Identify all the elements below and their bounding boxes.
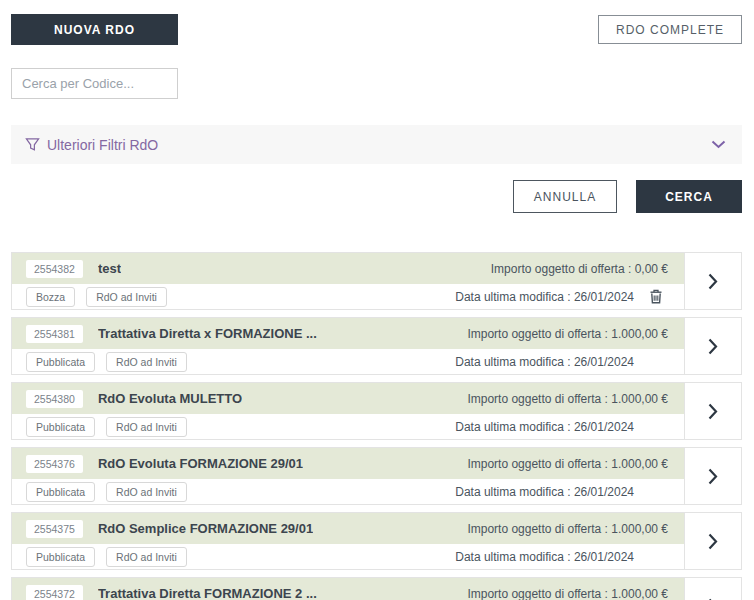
rdo-card: 2554372 Trattativa Diretta FORMAZIONE 2 … xyxy=(11,577,742,600)
rdo-importo: Importo oggetto di offerta : 1.000,00 € xyxy=(455,522,668,536)
chevron-right-icon xyxy=(708,403,718,420)
rdo-card-header-row: 2554382 test Importo oggetto di offerta … xyxy=(12,253,684,284)
rdo-card-header-row: 2554372 Trattativa Diretta FORMAZIONE 2 … xyxy=(12,578,684,600)
rdo-card-detail-row: Pubblicata RdO ad Inviti Data ultima mod… xyxy=(12,479,684,504)
rdo-card: 2554375 RdO Semplice FORMAZIONE 29/01 Im… xyxy=(11,512,742,570)
rdo-code-badge: 2554375 xyxy=(26,520,83,538)
rdo-title: test xyxy=(98,261,121,276)
open-rdo-button[interactable] xyxy=(684,318,741,374)
open-rdo-button[interactable] xyxy=(684,513,741,569)
rdo-title: Trattativa Diretta x FORMAZIONE ... xyxy=(98,326,317,341)
chevron-right-icon xyxy=(708,338,718,355)
open-rdo-button[interactable] xyxy=(684,383,741,439)
rdo-title: RdO Evoluta MULETTO xyxy=(98,391,242,406)
rdo-list: 2554382 test Importo oggetto di offerta … xyxy=(11,252,742,600)
rdo-code-badge: 2554376 xyxy=(26,455,83,473)
rdo-status-badge: Pubblicata xyxy=(26,482,95,502)
rdo-code-badge: 2554372 xyxy=(26,585,83,600)
filters-toggle[interactable]: Ulteriori Filtri RdO xyxy=(11,125,742,164)
rdo-last-modified: Data ultima modifica : 26/01/2024 xyxy=(455,355,634,369)
rdo-card: 2554381 Trattativa Diretta x FORMAZIONE … xyxy=(11,317,742,375)
open-rdo-button[interactable] xyxy=(684,253,741,309)
rdo-title: RdO Evoluta FORMAZIONE 29/01 xyxy=(98,456,303,471)
trash-slot xyxy=(634,482,678,501)
rdo-code-badge: 2554381 xyxy=(26,325,83,343)
rdo-title: RdO Semplice FORMAZIONE 29/01 xyxy=(98,521,313,536)
search-input[interactable] xyxy=(11,68,178,99)
trash-slot xyxy=(634,287,678,306)
trash-icon xyxy=(649,292,663,307)
rdo-type-badge: RdO ad Inviti xyxy=(106,482,187,502)
rdo-importo: Importo oggetto di offerta : 1.000,00 € xyxy=(455,457,668,471)
filter-funnel-icon xyxy=(25,137,40,152)
filter-actions: ANNULLA CERCA xyxy=(11,180,742,213)
open-rdo-button[interactable] xyxy=(684,448,741,504)
filters-label: Ulteriori Filtri RdO xyxy=(47,137,158,153)
rdo-type-badge: RdO ad Inviti xyxy=(106,417,187,437)
trash-slot xyxy=(634,352,678,371)
open-rdo-button[interactable] xyxy=(684,578,741,600)
rdo-type-badge: RdO ad Inviti xyxy=(106,352,187,372)
nuova-rdo-button[interactable]: NUOVA RDO xyxy=(11,14,178,45)
rdo-status-badge: Bozza xyxy=(26,287,75,307)
trash-slot xyxy=(634,547,678,566)
search-row xyxy=(11,68,742,99)
rdo-last-modified: Data ultima modifica : 26/01/2024 xyxy=(455,550,634,564)
chevron-down-icon[interactable] xyxy=(711,140,726,149)
chevron-right-icon xyxy=(708,533,718,550)
rdo-page: NUOVA RDO RDO COMPLETE Ulteriori Filtri … xyxy=(0,0,754,600)
rdo-card: 2554380 RdO Evoluta MULETTO Importo ogge… xyxy=(11,382,742,440)
rdo-card-detail-row: Pubblicata RdO ad Inviti Data ultima mod… xyxy=(12,414,684,439)
rdo-importo: Importo oggetto di offerta : 1.000,00 € xyxy=(455,392,668,406)
rdo-type-badge: RdO ad Inviti xyxy=(86,287,167,307)
rdo-status-badge: Pubblicata xyxy=(26,417,95,437)
rdo-status-badge: Pubblicata xyxy=(26,352,95,372)
rdo-card-header-row: 2554381 Trattativa Diretta x FORMAZIONE … xyxy=(12,318,684,349)
rdo-importo: Importo oggetto di offerta : 0,00 € xyxy=(479,262,668,276)
rdo-importo: Importo oggetto di offerta : 1.000,00 € xyxy=(455,587,668,600)
rdo-card-header-row: 2554380 RdO Evoluta MULETTO Importo ogge… xyxy=(12,383,684,414)
rdo-card-header-row: 2554376 RdO Evoluta FORMAZIONE 29/01 Imp… xyxy=(12,448,684,479)
rdo-last-modified: Data ultima modifica : 26/01/2024 xyxy=(455,485,634,499)
rdo-card-header-row: 2554375 RdO Semplice FORMAZIONE 29/01 Im… xyxy=(12,513,684,544)
rdo-code-badge: 2554380 xyxy=(26,390,83,408)
rdo-last-modified: Data ultima modifica : 26/01/2024 xyxy=(455,420,634,434)
rdo-card: 2554382 test Importo oggetto di offerta … xyxy=(11,252,742,310)
chevron-right-icon xyxy=(708,468,718,485)
trash-slot xyxy=(634,417,678,436)
delete-button[interactable] xyxy=(647,287,665,306)
rdo-card: 2554376 RdO Evoluta FORMAZIONE 29/01 Imp… xyxy=(11,447,742,505)
annulla-button[interactable]: ANNULLA xyxy=(513,180,617,213)
rdo-card-detail-row: Pubblicata RdO ad Inviti Data ultima mod… xyxy=(12,544,684,569)
cerca-button[interactable]: CERCA xyxy=(636,180,742,213)
rdo-importo: Importo oggetto di offerta : 1.000,00 € xyxy=(455,327,668,341)
chevron-right-icon xyxy=(708,273,718,290)
rdo-code-badge: 2554382 xyxy=(26,260,83,278)
rdo-type-badge: RdO ad Inviti xyxy=(106,547,187,567)
rdo-card-detail-row: Pubblicata RdO ad Inviti Data ultima mod… xyxy=(12,349,684,374)
rdo-card-detail-row: Bozza RdO ad Inviti Data ultima modifica… xyxy=(12,284,684,309)
rdo-last-modified: Data ultima modifica : 26/01/2024 xyxy=(455,290,634,304)
rdo-complete-button[interactable]: RDO COMPLETE xyxy=(598,15,742,44)
rdo-title: Trattativa Diretta FORMAZIONE 2 ... xyxy=(98,586,317,600)
top-toolbar: NUOVA RDO RDO COMPLETE xyxy=(11,14,742,45)
rdo-status-badge: Pubblicata xyxy=(26,547,95,567)
